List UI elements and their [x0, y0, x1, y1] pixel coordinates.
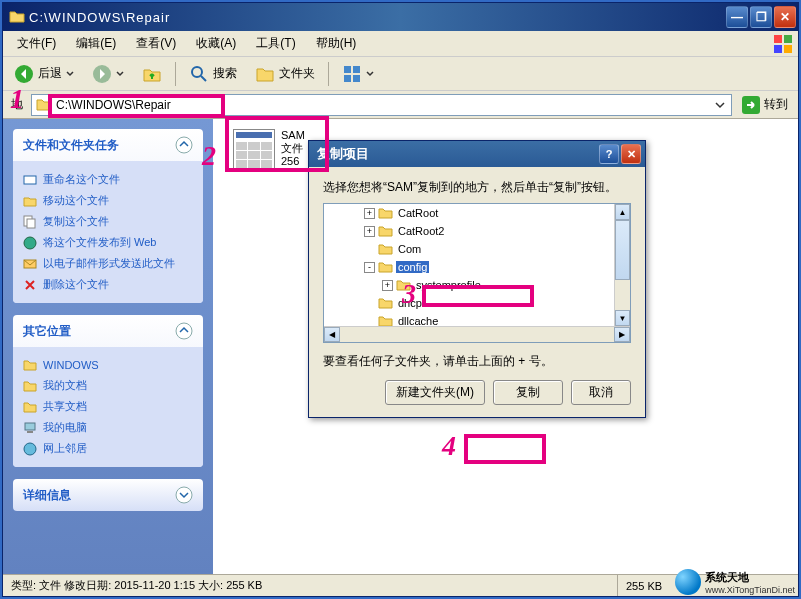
other-places-header[interactable]: 其它位置 — [13, 315, 203, 347]
svg-rect-3 — [344, 66, 351, 73]
computer-icon — [23, 421, 37, 435]
dialog-body: 选择您想将“SAM”复制到的地方，然后单击“复制”按钮。 +CatRoot+Ca… — [309, 167, 645, 417]
svg-rect-16 — [27, 431, 33, 433]
up-button[interactable] — [135, 60, 169, 88]
tree-node[interactable]: +systemprofile — [324, 276, 630, 294]
folder-icon — [378, 297, 393, 309]
tree-node[interactable]: -config — [324, 258, 630, 276]
menu-edit[interactable]: 编辑(E) — [66, 32, 126, 55]
address-field[interactable]: C:\WINDOWS\Repair — [31, 94, 732, 116]
back-label: 后退 — [38, 65, 62, 82]
search-button[interactable]: 搜索 — [182, 60, 244, 88]
tree-node-name: CatRoot — [396, 207, 440, 219]
copy-button[interactable]: 复制 — [493, 380, 563, 405]
forward-button[interactable] — [85, 60, 131, 88]
task-label: 移动这个文件 — [43, 193, 109, 208]
dialog-title: 复制项目 — [317, 145, 597, 163]
task-label: 删除这个文件 — [43, 277, 109, 292]
tree-expander[interactable]: - — [364, 262, 375, 273]
svg-rect-9 — [24, 176, 36, 184]
dialog-titlebar: 复制项目 ? ✕ — [309, 141, 645, 167]
address-value: C:\WINDOWS\Repair — [56, 98, 171, 112]
menu-favorites[interactable]: 收藏(A) — [186, 32, 246, 55]
place-network[interactable]: 网上邻居 — [23, 438, 193, 459]
menubar: 文件(F) 编辑(E) 查看(V) 收藏(A) 工具(T) 帮助(H) — [3, 31, 798, 57]
task-publish[interactable]: 将这个文件发布到 Web — [23, 232, 193, 253]
place-windows[interactable]: WINDOWS — [23, 355, 193, 375]
menu-file[interactable]: 文件(F) — [7, 32, 66, 55]
task-label: 复制这个文件 — [43, 214, 109, 229]
watermark-line2: www.XiTongTianDi.net — [705, 585, 795, 595]
folder-tree[interactable]: +CatRoot+CatRoot2Com-config+systemprofil… — [323, 203, 631, 343]
chevron-down-icon — [116, 70, 124, 78]
maximize-button[interactable]: ❐ — [750, 6, 772, 28]
go-icon — [742, 96, 760, 114]
file-tasks-header[interactable]: 文件和文件夹任务 — [13, 129, 203, 161]
annotation-num-3: 3 — [402, 278, 416, 310]
place-label: WINDOWS — [43, 359, 99, 371]
svg-rect-11 — [27, 219, 35, 228]
tree-expander[interactable]: + — [364, 208, 375, 219]
watermark: 系统天地 www.XiTongTianDi.net — [675, 569, 795, 595]
toolbar: 后退 搜索 文件夹 — [3, 57, 798, 91]
tree-node-name: Com — [396, 243, 423, 255]
toolbar-separator — [175, 62, 176, 86]
file-tasks-body: 重命名这个文件 移动这个文件 复制这个文件 将这个文件发布到 Web 以电子邮件… — [13, 161, 203, 303]
new-folder-button[interactable]: 新建文件夹(M) — [385, 380, 485, 405]
copy-icon — [23, 215, 37, 229]
chevron-down-icon — [66, 70, 74, 78]
folder-icon — [36, 97, 52, 113]
tree-scrollbar-h[interactable]: ◀▶ — [324, 326, 630, 342]
file-label: SAM 文件 256 — [281, 129, 305, 168]
tree-node-name: config — [396, 261, 429, 273]
task-copy[interactable]: 复制这个文件 — [23, 211, 193, 232]
dialog-close-button[interactable]: ✕ — [621, 144, 641, 164]
file-size: 256 — [281, 155, 305, 168]
dialog-help-button[interactable]: ? — [599, 144, 619, 164]
tree-node-name: systemprofile — [414, 279, 483, 291]
tree-node[interactable]: +CatRoot2 — [324, 222, 630, 240]
globe-icon — [675, 569, 701, 595]
folder-icon — [23, 358, 37, 372]
folder-icon — [378, 261, 393, 273]
collapse-icon — [175, 322, 193, 340]
svg-point-2 — [192, 67, 202, 77]
menu-help[interactable]: 帮助(H) — [306, 32, 367, 55]
folder-icon — [23, 379, 37, 393]
cancel-button[interactable]: 取消 — [571, 380, 631, 405]
menu-tools[interactable]: 工具(T) — [246, 32, 305, 55]
place-mydocs[interactable]: 我的文档 — [23, 375, 193, 396]
close-button[interactable]: ✕ — [774, 6, 796, 28]
other-places-box: 其它位置 WINDOWS 我的文档 共享文档 我的电脑 网上邻居 — [13, 315, 203, 467]
mail-icon — [23, 257, 37, 271]
svg-rect-6 — [353, 75, 360, 82]
details-box: 详细信息 — [13, 479, 203, 511]
other-places-title: 其它位置 — [23, 323, 71, 340]
task-email[interactable]: 以电子邮件形式发送此文件 — [23, 253, 193, 274]
window-title: C:\WINDOWS\Repair — [29, 10, 726, 25]
tree-node[interactable]: +CatRoot — [324, 204, 630, 222]
tree-expander[interactable]: + — [382, 280, 393, 291]
delete-icon — [23, 278, 37, 292]
minimize-button[interactable]: — — [726, 6, 748, 28]
tree-node[interactable]: dhcp — [324, 294, 630, 312]
details-header[interactable]: 详细信息 — [13, 479, 203, 511]
tree-node[interactable]: Com — [324, 240, 630, 258]
task-rename[interactable]: 重命名这个文件 — [23, 169, 193, 190]
folders-button[interactable]: 文件夹 — [248, 60, 322, 88]
place-label: 我的文档 — [43, 378, 87, 393]
dropdown-icon[interactable] — [713, 98, 727, 112]
web-icon — [23, 236, 37, 250]
go-button[interactable]: 转到 — [736, 96, 794, 114]
task-delete[interactable]: 删除这个文件 — [23, 274, 193, 295]
file-item-sam[interactable]: SAM 文件 256 — [233, 129, 305, 171]
tree-expander[interactable]: + — [364, 226, 375, 237]
place-mycomputer[interactable]: 我的电脑 — [23, 417, 193, 438]
views-button[interactable] — [335, 60, 381, 88]
task-move[interactable]: 移动这个文件 — [23, 190, 193, 211]
tree-scrollbar-v[interactable]: ▲▼ — [614, 204, 630, 326]
menu-view[interactable]: 查看(V) — [126, 32, 186, 55]
svg-point-18 — [176, 487, 192, 503]
place-shared[interactable]: 共享文档 — [23, 396, 193, 417]
expand-icon — [175, 486, 193, 504]
